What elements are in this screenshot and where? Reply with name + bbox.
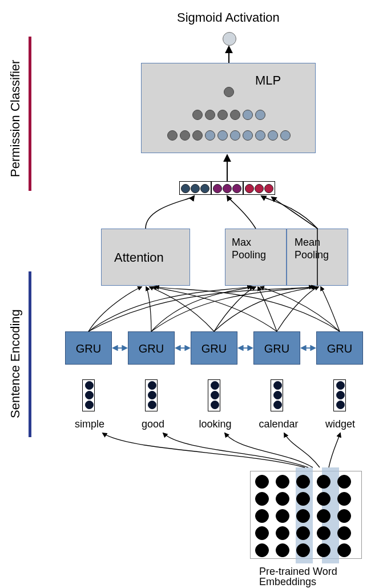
sigmoid-label: Sigmoid Activation — [177, 10, 280, 25]
sigmoid-output-node — [223, 32, 236, 46]
circle-node — [273, 381, 282, 390]
circle-node — [296, 543, 310, 557]
circle-node — [268, 130, 278, 141]
gru-1: GRU — [128, 331, 175, 365]
attention-label: Attention — [114, 250, 164, 265]
word-4: widget — [322, 418, 358, 430]
circle-node — [337, 543, 351, 557]
circle-node — [255, 130, 265, 141]
meanpool-l1: Mean — [295, 237, 320, 249]
circle-node — [223, 184, 232, 193]
gru-4: GRU — [316, 331, 363, 365]
word-2: looking — [195, 418, 235, 430]
circle-node — [337, 509, 351, 523]
circle-node — [273, 401, 282, 409]
circle-node — [148, 381, 156, 390]
circle-node — [211, 391, 219, 399]
circle-node — [336, 381, 345, 390]
circle-node — [255, 543, 269, 557]
circle-node — [230, 130, 240, 141]
maxpool-l1: Max — [232, 237, 251, 249]
maxpool-l2: Pooling — [232, 249, 266, 261]
circle-node — [296, 475, 310, 489]
circle-node — [296, 492, 310, 506]
circle-node — [255, 110, 265, 120]
circle-node — [273, 391, 282, 399]
circle-node — [280, 130, 291, 141]
circle-node — [167, 130, 178, 141]
circle-node — [336, 391, 345, 399]
circle-node — [296, 509, 310, 523]
circle-node — [276, 543, 289, 557]
circle-node — [337, 526, 351, 540]
circle-node — [276, 475, 289, 489]
circle-node — [205, 130, 215, 141]
circle-node — [264, 184, 273, 193]
circle-node — [192, 130, 203, 141]
circle-node — [255, 492, 269, 506]
mlp-label: MLP — [255, 73, 281, 88]
gru-2: GRU — [191, 331, 237, 365]
circle-node — [255, 184, 264, 193]
circle-node — [205, 110, 215, 120]
word-1: good — [136, 418, 170, 430]
gru-0: GRU — [65, 331, 112, 365]
circle-node — [181, 184, 190, 193]
circle-node — [224, 87, 234, 97]
word-0: simple — [70, 418, 110, 430]
circle-node — [245, 184, 254, 193]
gru-3: GRU — [253, 331, 300, 365]
circle-node — [211, 381, 219, 390]
circle-node — [211, 401, 219, 409]
circle-node — [180, 130, 190, 141]
circle-node — [191, 184, 200, 193]
circle-node — [232, 184, 241, 193]
circle-node — [296, 526, 310, 540]
circle-node — [148, 401, 156, 409]
circle-node — [148, 391, 156, 399]
circle-node — [217, 110, 228, 120]
encoder-section-label: Sentence Encoding — [8, 309, 23, 418]
circle-node — [255, 526, 269, 540]
circle-node — [317, 509, 330, 523]
circle-node — [85, 381, 94, 390]
circle-node — [230, 110, 240, 120]
circle-node — [243, 130, 253, 141]
circle-node — [192, 110, 203, 120]
circle-node — [243, 110, 253, 120]
circle-node — [276, 509, 289, 523]
circle-node — [276, 492, 289, 506]
circle-node — [85, 401, 94, 409]
mlp-box — [141, 63, 316, 153]
circle-node — [317, 526, 330, 540]
embeddings-l2: Embeddings — [259, 576, 316, 588]
circle-node — [337, 475, 351, 489]
circle-node — [217, 130, 228, 141]
circle-node — [213, 184, 222, 193]
circle-node — [276, 526, 289, 540]
circle-node — [317, 475, 330, 489]
circle-node — [255, 509, 269, 523]
classifier-bar — [29, 37, 31, 191]
meanpool-l2: Pooling — [295, 249, 329, 261]
classifier-section-label: Permission Classifier — [8, 60, 23, 177]
encoder-bar — [29, 271, 31, 437]
circle-node — [336, 401, 345, 409]
circle-node — [85, 391, 94, 399]
circle-node — [255, 475, 269, 489]
word-3: calendar — [256, 418, 301, 430]
circle-node — [337, 492, 351, 506]
circle-node — [200, 184, 209, 193]
circle-node — [317, 543, 330, 557]
circle-node — [317, 492, 330, 506]
